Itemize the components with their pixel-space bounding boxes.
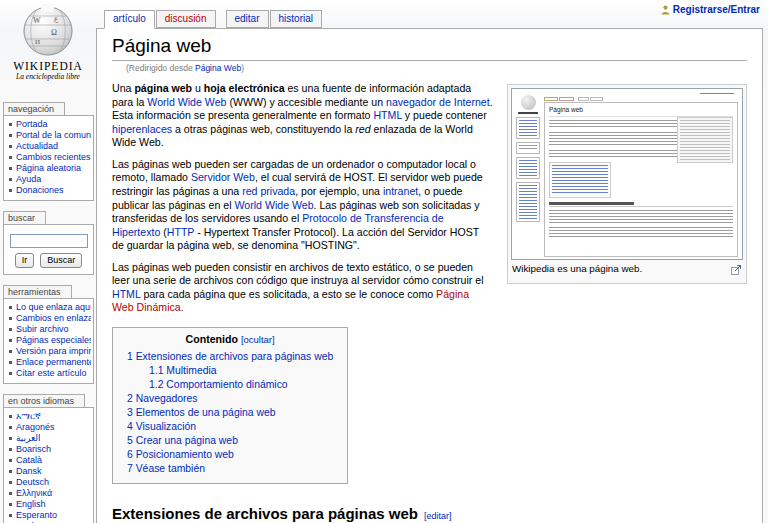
lang-item-catala[interactable]: Català	[8, 455, 91, 466]
toc-item-6[interactable]: 6 Posicionamiento web	[127, 448, 333, 462]
lang-item-english[interactable]: English	[8, 499, 91, 510]
tab-historial[interactable]: historial	[270, 10, 322, 28]
go-button[interactable]: Ir	[15, 253, 35, 268]
portlet-navigation: navegación Portada Portal de la comunida…	[3, 97, 94, 201]
toc-item-3[interactable]: 3 Elementos de una página web	[127, 406, 333, 420]
article-link[interactable]: HTML	[373, 109, 401, 121]
edit-section-link[interactable]: [editar]	[424, 511, 452, 521]
lang-item-dansk[interactable]: Dansk	[8, 466, 91, 477]
wikipedia-globe-icon: W Ω И ع	[21, 2, 75, 58]
wikipedia-page: Registrarse/Entrar W Ω И ع WIKIPEDI	[0, 0, 768, 523]
lang-item-esperanto[interactable]: Esperanto	[8, 510, 91, 521]
lang-item-arabic[interactable]: العربية	[8, 433, 91, 444]
article-link[interactable]: Servidor Web	[191, 171, 255, 183]
tab-editar[interactable]: editar	[226, 10, 269, 28]
sidebar-item-portada[interactable]: Portada	[8, 119, 91, 130]
sidebar-item-cambios-recientes[interactable]: Cambios recientes	[8, 152, 91, 163]
mini-sidebar	[516, 95, 540, 222]
toc-hide-link[interactable]: [ocultar]	[241, 334, 275, 345]
redirect-link[interactable]: Página Web	[195, 63, 241, 73]
tool-item-subir-archivo[interactable]: Subir archivo	[8, 324, 91, 335]
section-heading-extensiones: Extensiones de archivos para páginas web…	[112, 504, 747, 523]
tool-item-enlace-permanente[interactable]: Enlace permanente	[8, 357, 91, 368]
article-link[interactable]: hiperenlaces	[112, 123, 172, 135]
table-of-contents: Contenido [ocultar] 1 Extensiones de arc…	[112, 327, 348, 485]
lang-item-boarisch[interactable]: Boarisch	[8, 444, 91, 455]
mini-login-line	[700, 93, 734, 95]
svg-text:И: И	[35, 38, 40, 46]
thumbnail-image[interactable]: Página web	[511, 88, 743, 260]
toc-item-7[interactable]: 7 Véase también	[127, 462, 333, 476]
tab-articulo[interactable]: artículo	[104, 10, 155, 29]
lang-item-greek[interactable]: Ελληνικά	[8, 488, 91, 499]
article-content: Página web (Redirigido desde Página Web)	[96, 28, 763, 523]
svg-text:W: W	[33, 16, 41, 25]
toc-item-4[interactable]: 4 Visualización	[127, 420, 333, 434]
mini-title: Página web	[549, 106, 733, 116]
enlarge-icon[interactable]	[731, 264, 742, 279]
portlet-tools: herramientas Lo que enlaza aquí Cambios …	[3, 280, 94, 384]
article-link[interactable]: HTTP	[167, 226, 194, 238]
article-link[interactable]: intranet	[383, 185, 418, 197]
toc-item-5[interactable]: 5 Crear una página web	[127, 434, 333, 448]
personal-bar: Registrarse/Entrar	[661, 4, 760, 15]
wikipedia-wordmark: WIKIPEDIA	[0, 60, 96, 72]
sidebar-item-ayuda[interactable]: Ayuda	[8, 174, 91, 185]
portlet-navigation-title: navegación	[3, 102, 65, 115]
search-input[interactable]	[10, 234, 88, 248]
thumbnail-caption: Wikipedia es una página web.	[511, 260, 743, 280]
page-title: Página web	[112, 34, 747, 61]
sidebar-item-portal-comunidad[interactable]: Portal de la comunidad	[8, 130, 91, 141]
tab-discusion[interactable]: discusión	[156, 10, 216, 28]
portlet-tools-title: herramientas	[3, 285, 72, 298]
sidebar-item-donaciones[interactable]: Donaciones	[8, 185, 91, 196]
mini-globe	[521, 95, 536, 110]
mini-wordmark	[518, 112, 538, 114]
article-link[interactable]: World Wide Web	[147, 96, 226, 108]
sidebar-item-pagina-aleatoria[interactable]: Página aleatoria	[8, 163, 91, 174]
page-tabs: artículo discusión editar historial	[104, 10, 323, 29]
lang-item-deutsch[interactable]: Deutsch	[8, 477, 91, 488]
tool-item-paginas-especiales[interactable]: Páginas especiales	[8, 335, 91, 346]
article-link[interactable]: navegador de Internet	[386, 96, 490, 108]
tool-item-cambios-enlazadas[interactable]: Cambios en enlazadas	[8, 313, 91, 324]
sidebar-item-actualidad[interactable]: Actualidad	[8, 141, 91, 152]
toc-item-1[interactable]: 1 Extensiones de archivos para páginas w…	[127, 350, 333, 364]
search-button[interactable]: Buscar	[40, 253, 82, 268]
portlet-languages: en otros idiomas አማርኛ Aragonés العربية B…	[3, 389, 94, 523]
toc-item-1-1[interactable]: 1.1 Multimedia	[149, 364, 333, 378]
wikipedia-logo[interactable]: W Ω И ع WIKIPEDIA La enciclopedia libre	[0, 0, 96, 92]
article-link[interactable]: World Wide Web	[235, 199, 314, 211]
tool-item-version-imprimir[interactable]: Versión para imprimir	[8, 346, 91, 357]
lang-item-aragones[interactable]: Aragonés	[8, 422, 91, 433]
toc-item-2[interactable]: 2 Navegadores	[127, 392, 333, 406]
user-icon	[661, 5, 670, 15]
svg-text:Ω: Ω	[51, 28, 57, 37]
portlet-search-title: buscar	[3, 211, 46, 224]
article-thumbnail: Página web	[507, 84, 747, 284]
article-link[interactable]: HTML	[112, 288, 140, 300]
login-link[interactable]: Registrarse/Entrar	[673, 4, 760, 15]
tool-item-lo-que-enlaza[interactable]: Lo que enlaza aquí	[8, 302, 91, 313]
toc-item-1-2[interactable]: 1.2 Comportamiento dinámico	[149, 378, 333, 392]
portlet-languages-title: en otros idiomas	[3, 394, 85, 407]
portlet-search: buscar Ir Buscar	[3, 206, 94, 275]
mini-content: Página web	[544, 97, 738, 257]
redirect-note: (Redirigido desde Página Web)	[126, 63, 747, 74]
lang-item-amharic[interactable]: አማርኛ	[8, 411, 91, 422]
wikipedia-tagline: La enciclopedia libre	[0, 72, 96, 81]
tool-item-citar-articulo[interactable]: Citar este artículo	[8, 368, 91, 379]
toc-title: Contenido	[186, 333, 238, 345]
sidebar: W Ω И ع WIKIPEDIA La enciclopedia libre …	[0, 0, 96, 523]
article-link[interactable]: red privada	[242, 185, 295, 197]
